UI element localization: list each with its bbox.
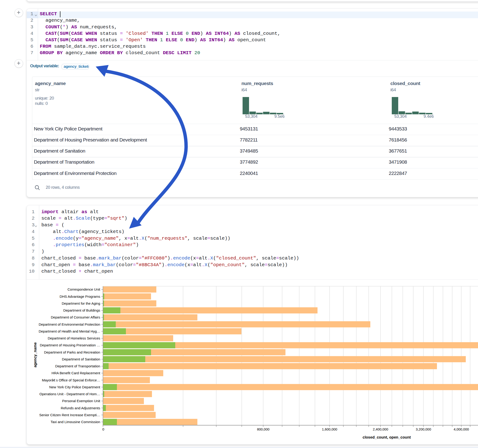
svg-text:Department of Buildings: Department of Buildings (63, 308, 100, 312)
svg-text:closed_count, open_count: closed_count, open_count (363, 435, 411, 439)
svg-text:800,000: 800,000 (257, 427, 269, 431)
svg-text:Taxi and Limousine Commission: Taxi and Limousine Commission (50, 420, 100, 424)
svg-text:Department of Health and Menta: Department of Health and Mental Hyg… (39, 329, 100, 333)
svg-text:HRA Benefit Card Replacement: HRA Benefit Card Replacement (52, 371, 101, 375)
svg-text:1,600,000: 1,600,000 (322, 427, 337, 431)
svg-text:Operations Unit - Department o: Operations Unit - Department of Hom… (39, 392, 100, 396)
svg-text:Department of Sanitation: Department of Sanitation (62, 357, 100, 361)
svg-text:Correspondence Unit: Correspondence Unit (68, 287, 101, 291)
svg-text:Senior Citizen Rent Increase E: Senior Citizen Rent Increase Exempti… (39, 413, 100, 417)
svg-text:Department of Environmental Pr: Department of Environmental Protection (39, 322, 100, 326)
svg-text:Refunds and Adjustments: Refunds and Adjustments (61, 406, 100, 410)
svg-text:Department of Consumer Affairs: Department of Consumer Affairs (51, 315, 100, 319)
svg-text:Personal Exemption Unit: Personal Exemption Unit (62, 399, 100, 403)
svg-text:New York City Police Departmen: New York City Police Department (49, 385, 101, 389)
svg-text:3,200,000: 3,200,000 (416, 427, 431, 431)
svg-text:4,000,000: 4,000,000 (453, 427, 469, 431)
svg-text:DHS Advantage Programs: DHS Advantage Programs (60, 294, 100, 299)
svg-text:0: 0 (102, 427, 104, 431)
svg-text:Department of Transportation: Department of Transportation (55, 364, 100, 368)
svg-text:agency_name: agency_name (33, 342, 37, 367)
svg-text:2,400,000: 2,400,000 (373, 427, 388, 431)
svg-text:Department of Parks and Recrea: Department of Parks and Recreation (44, 350, 100, 354)
svg-text:Department of Homeless Service: Department of Homeless Services (48, 336, 100, 340)
svg-text:Department of Housing Preserva: Department of Housing Preservation … (40, 343, 100, 347)
svg-text:Mayorâ€ s Office of Special En: Mayorâ€ s Office of Special Enforce… (42, 378, 100, 382)
svg-text:Department for the Aging: Department for the Aging (62, 301, 100, 305)
